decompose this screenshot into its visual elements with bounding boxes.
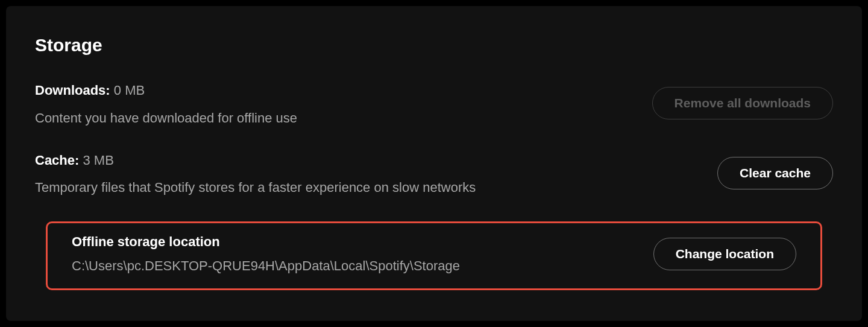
cache-description: Temporary files that Spotify stores for … — [35, 177, 693, 197]
clear-cache-button[interactable]: Clear cache — [717, 157, 833, 189]
downloads-description: Content you have downloaded for offline … — [35, 108, 628, 128]
offline-storage-path: C:\Users\pc.DESKTOP-QRUE94H\AppData\Loca… — [72, 258, 629, 274]
downloads-action: Remove all downloads — [652, 82, 833, 119]
downloads-value: 0 MB — [114, 83, 145, 98]
remove-all-downloads-button[interactable]: Remove all downloads — [652, 87, 833, 119]
offline-storage-highlight: Offline storage location C:\Users\pc.DES… — [46, 221, 822, 290]
offline-storage-row: Offline storage location C:\Users\pc.DES… — [72, 234, 796, 274]
offline-storage-title: Offline storage location — [72, 234, 629, 250]
storage-settings-panel: Storage Downloads: 0 MB Content you have… — [6, 6, 862, 321]
section-title: Storage — [35, 35, 833, 56]
change-location-button[interactable]: Change location — [653, 238, 796, 270]
cache-action: Clear cache — [717, 152, 833, 189]
offline-storage-info: Offline storage location C:\Users\pc.DES… — [72, 234, 653, 274]
offline-storage-action: Change location — [653, 238, 796, 270]
downloads-label: Downloads: — [35, 83, 110, 98]
downloads-info: Downloads: 0 MB Content you have downloa… — [35, 82, 652, 128]
cache-value: 3 MB — [83, 153, 113, 168]
cache-label: Cache: — [35, 153, 79, 168]
cache-info: Cache: 3 MB Temporary files that Spotify… — [35, 152, 717, 198]
cache-row: Cache: 3 MB Temporary files that Spotify… — [35, 152, 833, 198]
downloads-row: Downloads: 0 MB Content you have downloa… — [35, 82, 833, 128]
cache-label-line: Cache: 3 MB — [35, 152, 693, 170]
downloads-label-line: Downloads: 0 MB — [35, 82, 628, 100]
